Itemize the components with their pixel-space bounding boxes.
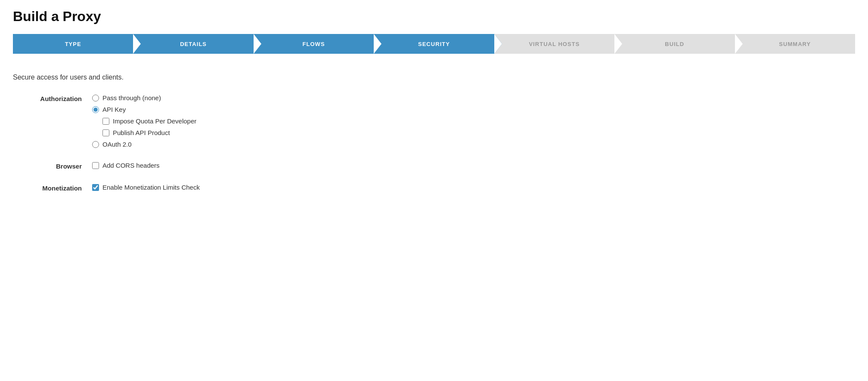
- auth-oauth-radio[interactable]: [92, 141, 99, 148]
- authorization-section: Authorization Pass through (none) API Ke…: [13, 94, 855, 148]
- content-area: Secure access for users and clients. Aut…: [13, 69, 855, 210]
- section-description: Secure access for users and clients.: [13, 74, 855, 81]
- impose-quota-checkbox[interactable]: [102, 118, 109, 125]
- monetization-limits-option[interactable]: Enable Monetization Limits Check: [92, 184, 200, 191]
- apikey-sub-options: Impose Quota Per Developer Publish API P…: [102, 117, 196, 136]
- monetization-limits-label: Enable Monetization Limits Check: [102, 184, 200, 191]
- browser-label: Browser: [13, 162, 82, 170]
- auth-passthrough-radio[interactable]: [92, 95, 99, 101]
- auth-oauth-label: OAuth 2.0: [102, 141, 132, 148]
- publish-api-product-option[interactable]: Publish API Product: [102, 129, 196, 136]
- page-title: Build a Proxy: [13, 9, 855, 25]
- monetization-limits-checkbox[interactable]: [92, 184, 99, 191]
- auth-apikey-option[interactable]: API Key: [92, 106, 196, 113]
- step-flows: FLOWS: [254, 34, 374, 54]
- step-details: DETAILS: [133, 34, 253, 54]
- step-virtual-hosts: VIRTUAL HOSTS: [494, 34, 614, 54]
- step-type: TYPE: [13, 34, 133, 54]
- auth-passthrough-label: Pass through (none): [102, 94, 161, 101]
- impose-quota-label: Impose Quota Per Developer: [113, 117, 196, 125]
- authorization-controls: Pass through (none) API Key Impose Quota…: [92, 94, 196, 148]
- auth-oauth-option[interactable]: OAuth 2.0: [92, 141, 196, 148]
- cors-headers-option[interactable]: Add CORS headers: [92, 162, 160, 169]
- auth-passthrough-option[interactable]: Pass through (none): [92, 94, 196, 101]
- auth-apikey-radio[interactable]: [92, 106, 99, 113]
- step-build: BUILD: [614, 34, 735, 54]
- browser-section: Browser Add CORS headers: [13, 162, 855, 170]
- cors-headers-label: Add CORS headers: [102, 162, 160, 169]
- monetization-controls: Enable Monetization Limits Check: [92, 184, 200, 191]
- browser-controls: Add CORS headers: [92, 162, 160, 169]
- stepper: TYPEDETAILSFLOWSSECURITYVIRTUAL HOSTSBUI…: [13, 34, 855, 54]
- cors-headers-checkbox[interactable]: [92, 162, 99, 169]
- impose-quota-option[interactable]: Impose Quota Per Developer: [102, 117, 196, 125]
- step-security: SECURITY: [374, 34, 494, 54]
- authorization-label: Authorization: [13, 94, 82, 102]
- publish-api-product-label: Publish API Product: [113, 129, 170, 136]
- monetization-label: Monetization: [13, 184, 82, 192]
- step-summary: SUMMARY: [735, 34, 855, 54]
- monetization-section: Monetization Enable Monetization Limits …: [13, 184, 855, 192]
- publish-api-product-checkbox[interactable]: [102, 129, 109, 136]
- auth-apikey-label: API Key: [102, 106, 126, 113]
